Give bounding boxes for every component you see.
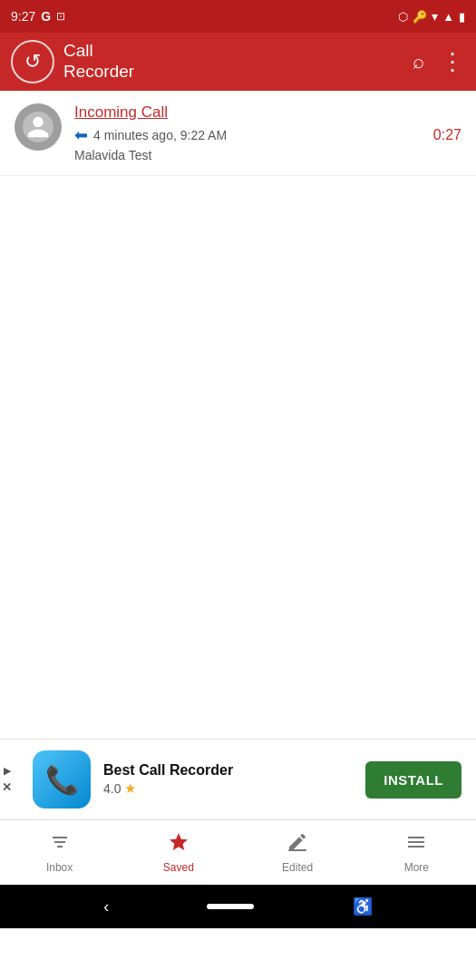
contact-avatar-icon [23, 112, 53, 142]
app-bar-right: ⌕ ⋮ [413, 48, 465, 76]
bottom-nav: Inbox Saved Edited More [0, 819, 476, 885]
call-type: Incoming Call [74, 103, 461, 122]
ad-side-controls: ▶ ✕ [2, 765, 12, 794]
back-button[interactable]: ‹ [103, 897, 109, 916]
call-record-item[interactable]: Incoming Call ⬅ 4 minutes ago, 9:22 AM 0… [0, 91, 476, 176]
ad-info: Best Call Recorder 4.0 ★ [103, 762, 353, 797]
ad-rating: 4.0 ★ [103, 780, 353, 797]
app-bar: ↺ CallRecorder ⌕ ⋮ [0, 33, 476, 91]
edited-icon [287, 831, 308, 858]
status-left: 9:27 G ⊡ [11, 9, 65, 24]
call-contact: Malavida Test [74, 148, 461, 162]
accessibility-button[interactable]: ♿ [353, 897, 373, 916]
content-area [0, 176, 476, 739]
ad-phone-icon: 📞 [45, 764, 79, 796]
ad-banner: ▶ ✕ 📞 Best Call Recorder 4.0 ★ INSTALL [0, 739, 476, 819]
call-meta: ⬅ 4 minutes ago, 9:22 AM 0:27 [74, 125, 461, 145]
search-icon[interactable]: ⌕ [413, 50, 424, 74]
wifi-icon: ▾ [432, 9, 438, 24]
app-title: CallRecorder [63, 41, 134, 83]
nav-item-saved[interactable]: Saved [119, 826, 238, 879]
ad-play-icon[interactable]: ▶ [4, 765, 11, 777]
incoming-arrow-icon: ⬅ [74, 125, 88, 145]
ad-app-icon: 📞 [33, 750, 91, 808]
call-duration: 0:27 [433, 127, 461, 143]
signal-icon: ▲ [442, 10, 454, 24]
edited-label: Edited [282, 861, 313, 874]
svg-rect-0 [288, 849, 306, 851]
nav-item-edited[interactable]: Edited [238, 826, 357, 879]
call-time: 4 minutes ago, 9:22 AM [93, 128, 227, 142]
ad-close-icon[interactable]: ✕ [2, 780, 12, 794]
home-indicator[interactable] [207, 904, 254, 909]
inbox-label: Inbox [46, 861, 73, 874]
key-icon: 🔑 [413, 10, 427, 24]
call-details: Incoming Call ⬅ 4 minutes ago, 9:22 AM 0… [74, 103, 461, 162]
more-label: More [404, 861, 429, 874]
app-bar-left: ↺ CallRecorder [11, 40, 134, 83]
status-bar: 9:27 G ⊡ ⬡ 🔑 ▾ ▲ ▮ [0, 0, 476, 33]
nav-item-inbox[interactable]: Inbox [0, 826, 119, 879]
phone-recorder-icon: ↺ [24, 50, 41, 74]
star-icon: ★ [124, 780, 136, 797]
screenshot-icon: ⊡ [56, 10, 65, 23]
status-right: ⬡ 🔑 ▾ ▲ ▮ [398, 9, 465, 24]
app-logo: ↺ [11, 40, 54, 83]
google-icon: G [41, 9, 51, 24]
overflow-menu-icon[interactable]: ⋮ [441, 48, 465, 76]
saved-label: Saved [163, 861, 194, 874]
inbox-icon [49, 831, 71, 858]
install-button[interactable]: INSTALL [365, 761, 461, 799]
more-icon [405, 831, 427, 858]
avatar [15, 103, 62, 151]
ad-app-name: Best Call Recorder [103, 762, 353, 779]
cast-icon: ⬡ [398, 10, 408, 24]
system-nav-bar: ‹ ♿ [0, 885, 476, 928]
ad-rating-value: 4.0 [103, 781, 121, 796]
battery-icon: ▮ [459, 10, 465, 24]
nav-item-more[interactable]: More [357, 826, 476, 879]
saved-icon [168, 831, 189, 858]
time-display: 9:27 [11, 9, 35, 24]
